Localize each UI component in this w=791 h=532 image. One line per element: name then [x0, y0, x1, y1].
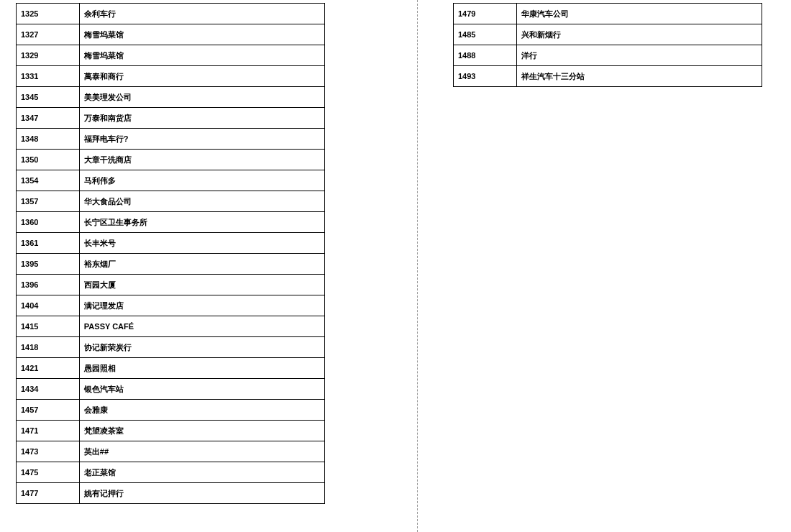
- row-number: 1325: [17, 4, 80, 24]
- row-name: 裕东烟厂: [79, 254, 324, 275]
- row-number: 1418: [17, 337, 80, 358]
- table-row: 1404满记理发店: [17, 295, 325, 316]
- row-number: 1434: [17, 379, 80, 400]
- row-name: 长宁区卫生事务所: [79, 212, 324, 233]
- row-number: 1471: [17, 421, 80, 441]
- row-name: 银色汽车站: [79, 379, 324, 400]
- row-number: 1348: [17, 129, 80, 150]
- row-number: 1327: [17, 24, 80, 45]
- table-row: 1354马利伟多: [17, 170, 325, 191]
- row-number: 1357: [17, 191, 80, 212]
- table-row: 1357华大食品公司: [17, 191, 325, 212]
- row-number: 1361: [17, 233, 80, 254]
- table-row: 1325余利车行: [17, 4, 325, 24]
- row-name: 愚园照相: [79, 358, 324, 379]
- row-number: 1488: [454, 45, 517, 66]
- left-table: 1325余利车行1327梅雪坞菜馆1329梅雪坞菜馆1331萬泰和商行1345美…: [16, 3, 325, 504]
- table-row: 1457会雅康: [17, 400, 325, 421]
- table-row: 1421愚园照相: [17, 358, 325, 379]
- table-row: 1327梅雪坞菜馆: [17, 24, 325, 45]
- row-number: 1395: [17, 254, 80, 275]
- row-name: 美美理发公司: [79, 87, 324, 108]
- row-name: 会雅康: [79, 400, 324, 421]
- table-row: 1471梵望凌茶室: [17, 421, 325, 441]
- row-name: 万泰和南货店: [79, 108, 324, 129]
- row-name: 华康汽车公司: [516, 4, 762, 24]
- row-name: 余利车行: [79, 4, 324, 24]
- row-name: 洋行: [516, 45, 762, 66]
- row-name: 梵望凌茶室: [79, 421, 324, 441]
- table-row: 1479 华康汽车公司: [454, 4, 762, 24]
- row-number: 1350: [17, 150, 80, 170]
- table-row: 1488洋行: [454, 45, 762, 66]
- table-row: 1485兴和新烟行: [454, 24, 762, 45]
- row-number: 1485: [454, 24, 517, 45]
- table-row: 1360长宁区卫生事务所: [17, 212, 325, 233]
- row-number: 1354: [17, 170, 80, 191]
- row-number: 1421: [17, 358, 80, 379]
- row-name: 马利伟多: [79, 170, 324, 191]
- right-table: 1479 华康汽车公司1485兴和新烟行1488洋行1493祥生汽车十三分站: [453, 3, 762, 87]
- row-number: 1404: [17, 295, 80, 316]
- table-row: 1331萬泰和商行: [17, 66, 325, 87]
- row-number: 1396: [17, 275, 80, 295]
- row-name: 萬泰和商行: [79, 66, 324, 87]
- row-name: 老正菜馆: [79, 462, 324, 483]
- table-row: 1350大章干洗商店: [17, 150, 325, 170]
- table-row: 1347万泰和南货店: [17, 108, 325, 129]
- row-name: 兴和新烟行: [516, 24, 762, 45]
- row-number: 1331: [17, 66, 80, 87]
- table-row: 1434银色汽车站: [17, 379, 325, 400]
- row-number: 1493: [454, 66, 517, 87]
- left-column: 1325余利车行1327梅雪坞菜馆1329梅雪坞菜馆1331萬泰和商行1345美…: [0, 0, 417, 532]
- row-number: 1475: [17, 462, 80, 483]
- row-number: 1360: [17, 212, 80, 233]
- row-name: 满记理发店: [79, 295, 324, 316]
- row-name: 协记新荣炭行: [79, 337, 324, 358]
- table-row: 1345美美理发公司: [17, 87, 325, 108]
- table-row: 1395裕东烟厂: [17, 254, 325, 275]
- row-number: 1473: [17, 441, 80, 462]
- row-name: 西园大厦: [79, 275, 324, 295]
- row-name: 梅雪坞菜馆: [79, 24, 324, 45]
- row-number: 1477: [17, 483, 80, 504]
- table-row: 1493祥生汽车十三分站: [454, 66, 762, 87]
- row-number: 1415: [17, 316, 80, 337]
- table-row: 1475老正菜馆: [17, 462, 325, 483]
- table-row: 1418协记新荣炭行: [17, 337, 325, 358]
- table-row: 1415PASSY CAFÉ: [17, 316, 325, 337]
- row-name: 英出##: [79, 441, 324, 462]
- row-number: 1345: [17, 87, 80, 108]
- row-number: 1457: [17, 400, 80, 421]
- row-number: 1479: [454, 4, 517, 24]
- row-name: PASSY CAFÉ: [79, 316, 324, 337]
- table-row: 1477姚有记押行: [17, 483, 325, 504]
- row-number: 1347: [17, 108, 80, 129]
- row-number: 1329: [17, 45, 80, 66]
- row-name: 长丰米号: [79, 233, 324, 254]
- row-name: 福拜电车行?: [79, 129, 324, 150]
- table-row: 1329梅雪坞菜馆: [17, 45, 325, 66]
- table-row: 1473英出##: [17, 441, 325, 462]
- row-name: 祥生汽车十三分站: [516, 66, 762, 87]
- table-row: 1396西园大厦: [17, 275, 325, 295]
- row-name: 梅雪坞菜馆: [79, 45, 324, 66]
- table-row: 1348福拜电车行?: [17, 129, 325, 150]
- table-row: 1361长丰米号: [17, 233, 325, 254]
- row-name: 姚有记押行: [79, 483, 324, 504]
- right-column: 1479 华康汽车公司1485兴和新烟行1488洋行1493祥生汽车十三分站: [417, 0, 791, 532]
- row-name: 大章干洗商店: [79, 150, 324, 170]
- row-name: 华大食品公司: [79, 191, 324, 212]
